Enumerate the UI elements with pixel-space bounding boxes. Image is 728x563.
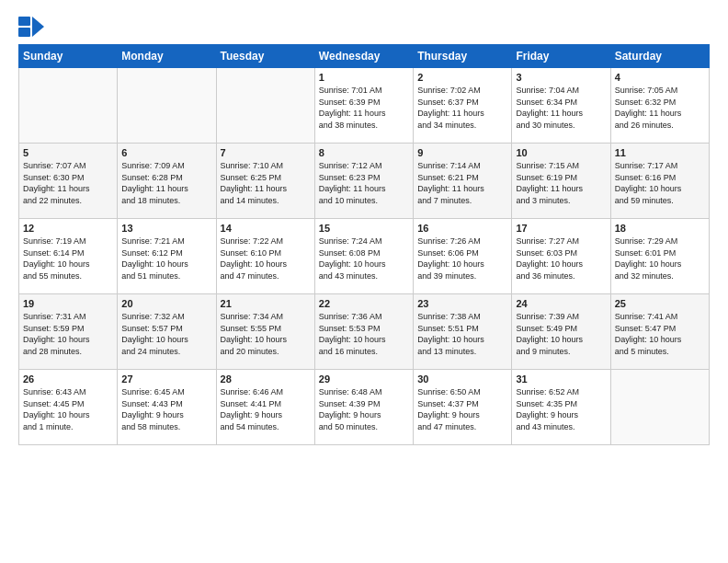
day-number: 21 xyxy=(221,298,311,309)
day-number: 17 xyxy=(516,223,606,234)
day-info: Sunrise: 7:26 AM Sunset: 6:06 PM Dayligh… xyxy=(417,236,507,282)
calendar-cell: 12Sunrise: 7:19 AM Sunset: 6:14 PM Dayli… xyxy=(19,219,118,294)
day-info: Sunrise: 7:41 AM Sunset: 5:47 PM Dayligh… xyxy=(615,311,705,357)
day-number: 5 xyxy=(23,147,113,158)
day-info: Sunrise: 7:22 AM Sunset: 6:10 PM Dayligh… xyxy=(221,236,311,282)
day-number: 20 xyxy=(121,298,211,309)
day-number: 1 xyxy=(319,72,409,83)
calendar-cell: 26Sunrise: 6:43 AM Sunset: 4:45 PM Dayli… xyxy=(19,370,118,445)
logo-icon xyxy=(18,17,44,37)
svg-rect-0 xyxy=(18,17,30,26)
day-info: Sunrise: 7:21 AM Sunset: 6:12 PM Dayligh… xyxy=(121,236,211,282)
calendar-cell: 11Sunrise: 7:17 AM Sunset: 6:16 PM Dayli… xyxy=(610,144,709,219)
day-info: Sunrise: 6:43 AM Sunset: 4:45 PM Dayligh… xyxy=(23,386,113,432)
header xyxy=(18,17,710,37)
day-number: 12 xyxy=(23,223,113,234)
day-number: 15 xyxy=(319,223,409,234)
calendar-cell: 20Sunrise: 7:32 AM Sunset: 5:57 PM Dayli… xyxy=(118,294,216,370)
day-info: Sunrise: 7:29 AM Sunset: 6:01 PM Dayligh… xyxy=(615,236,705,282)
day-info: Sunrise: 7:24 AM Sunset: 6:08 PM Dayligh… xyxy=(319,236,409,282)
day-number: 31 xyxy=(516,373,606,385)
calendar-cell: 5Sunrise: 7:07 AM Sunset: 6:30 PM Daylig… xyxy=(19,144,118,219)
calendar-cell: 23Sunrise: 7:38 AM Sunset: 5:51 PM Dayli… xyxy=(414,294,512,370)
weekday-header-tuesday: Tuesday xyxy=(216,45,314,68)
day-number: 11 xyxy=(615,147,705,158)
day-info: Sunrise: 7:10 AM Sunset: 6:25 PM Dayligh… xyxy=(221,160,311,206)
calendar-cell: 31Sunrise: 6:52 AM Sunset: 4:35 PM Dayli… xyxy=(512,370,610,445)
day-info: Sunrise: 7:19 AM Sunset: 6:14 PM Dayligh… xyxy=(23,236,113,282)
day-info: Sunrise: 7:12 AM Sunset: 6:23 PM Dayligh… xyxy=(319,160,409,206)
calendar-cell: 1Sunrise: 7:01 AM Sunset: 6:39 PM Daylig… xyxy=(314,68,413,144)
calendar-cell: 9Sunrise: 7:14 AM Sunset: 6:21 PM Daylig… xyxy=(414,144,512,219)
day-number: 25 xyxy=(615,298,705,309)
day-number: 18 xyxy=(615,223,705,234)
calendar-cell: 4Sunrise: 7:05 AM Sunset: 6:32 PM Daylig… xyxy=(610,68,709,144)
calendar-cell xyxy=(216,68,314,144)
calendar-cell: 6Sunrise: 7:09 AM Sunset: 6:28 PM Daylig… xyxy=(118,144,216,219)
calendar-cell: 25Sunrise: 7:41 AM Sunset: 5:47 PM Dayli… xyxy=(610,294,709,370)
calendar-cell: 28Sunrise: 6:46 AM Sunset: 4:41 PM Dayli… xyxy=(216,370,314,445)
weekday-header-wednesday: Wednesday xyxy=(314,45,413,68)
day-info: Sunrise: 7:39 AM Sunset: 5:49 PM Dayligh… xyxy=(516,311,606,357)
day-info: Sunrise: 7:04 AM Sunset: 6:34 PM Dayligh… xyxy=(516,85,606,131)
week-row-4: 19Sunrise: 7:31 AM Sunset: 5:59 PM Dayli… xyxy=(19,294,710,370)
calendar-cell: 7Sunrise: 7:10 AM Sunset: 6:25 PM Daylig… xyxy=(216,144,314,219)
day-number: 8 xyxy=(319,147,409,158)
calendar-cell xyxy=(610,370,709,445)
day-info: Sunrise: 6:50 AM Sunset: 4:37 PM Dayligh… xyxy=(417,386,507,432)
week-row-3: 12Sunrise: 7:19 AM Sunset: 6:14 PM Dayli… xyxy=(19,219,710,294)
weekday-header-monday: Monday xyxy=(118,45,216,68)
day-info: Sunrise: 6:48 AM Sunset: 4:39 PM Dayligh… xyxy=(319,386,409,432)
day-number: 6 xyxy=(121,147,211,158)
page: SundayMondayTuesdayWednesdayThursdayFrid… xyxy=(0,0,728,563)
calendar-cell: 30Sunrise: 6:50 AM Sunset: 4:37 PM Dayli… xyxy=(414,370,512,445)
day-number: 16 xyxy=(417,223,507,234)
day-number: 24 xyxy=(516,298,606,309)
day-info: Sunrise: 6:52 AM Sunset: 4:35 PM Dayligh… xyxy=(516,386,606,432)
calendar-cell: 16Sunrise: 7:26 AM Sunset: 6:06 PM Dayli… xyxy=(414,219,512,294)
week-row-2: 5Sunrise: 7:07 AM Sunset: 6:30 PM Daylig… xyxy=(19,144,710,219)
day-number: 3 xyxy=(516,72,606,83)
calendar-cell xyxy=(19,68,118,144)
calendar-cell: 18Sunrise: 7:29 AM Sunset: 6:01 PM Dayli… xyxy=(610,219,709,294)
day-number: 29 xyxy=(319,373,409,385)
weekday-header-sunday: Sunday xyxy=(19,45,118,68)
day-info: Sunrise: 7:14 AM Sunset: 6:21 PM Dayligh… xyxy=(417,160,507,206)
day-info: Sunrise: 7:34 AM Sunset: 5:55 PM Dayligh… xyxy=(221,311,311,357)
calendar-cell: 13Sunrise: 7:21 AM Sunset: 6:12 PM Dayli… xyxy=(118,219,216,294)
day-number: 22 xyxy=(319,298,409,309)
day-info: Sunrise: 7:32 AM Sunset: 5:57 PM Dayligh… xyxy=(121,311,211,357)
calendar-cell: 21Sunrise: 7:34 AM Sunset: 5:55 PM Dayli… xyxy=(216,294,314,370)
day-number: 13 xyxy=(121,223,211,234)
day-number: 14 xyxy=(221,223,311,234)
calendar-cell: 19Sunrise: 7:31 AM Sunset: 5:59 PM Dayli… xyxy=(19,294,118,370)
day-number: 28 xyxy=(221,373,311,385)
day-info: Sunrise: 7:38 AM Sunset: 5:51 PM Dayligh… xyxy=(417,311,507,357)
calendar-cell: 17Sunrise: 7:27 AM Sunset: 6:03 PM Dayli… xyxy=(512,219,610,294)
day-info: Sunrise: 7:05 AM Sunset: 6:32 PM Dayligh… xyxy=(615,85,705,131)
calendar-cell: 2Sunrise: 7:02 AM Sunset: 6:37 PM Daylig… xyxy=(414,68,512,144)
day-number: 4 xyxy=(615,72,705,83)
day-number: 7 xyxy=(221,147,311,158)
day-info: Sunrise: 7:15 AM Sunset: 6:19 PM Dayligh… xyxy=(516,160,606,206)
day-info: Sunrise: 7:09 AM Sunset: 6:28 PM Dayligh… xyxy=(121,160,211,206)
day-number: 26 xyxy=(23,373,113,385)
day-number: 27 xyxy=(121,373,211,385)
day-info: Sunrise: 7:01 AM Sunset: 6:39 PM Dayligh… xyxy=(319,85,409,131)
weekday-header-row: SundayMondayTuesdayWednesdayThursdayFrid… xyxy=(19,45,710,68)
day-number: 23 xyxy=(417,298,507,309)
calendar-cell: 27Sunrise: 6:45 AM Sunset: 4:43 PM Dayli… xyxy=(118,370,216,445)
day-info: Sunrise: 7:27 AM Sunset: 6:03 PM Dayligh… xyxy=(516,236,606,282)
calendar-cell xyxy=(118,68,216,144)
day-number: 10 xyxy=(516,147,606,158)
calendar-cell: 10Sunrise: 7:15 AM Sunset: 6:19 PM Dayli… xyxy=(512,144,610,219)
svg-marker-2 xyxy=(32,17,44,37)
weekday-header-saturday: Saturday xyxy=(610,45,709,68)
day-info: Sunrise: 6:46 AM Sunset: 4:41 PM Dayligh… xyxy=(221,386,311,432)
svg-rect-1 xyxy=(18,28,30,37)
weekday-header-thursday: Thursday xyxy=(414,45,512,68)
weekday-header-friday: Friday xyxy=(512,45,610,68)
day-info: Sunrise: 7:07 AM Sunset: 6:30 PM Dayligh… xyxy=(23,160,113,206)
day-info: Sunrise: 7:02 AM Sunset: 6:37 PM Dayligh… xyxy=(417,85,507,131)
calendar-cell: 22Sunrise: 7:36 AM Sunset: 5:53 PM Dayli… xyxy=(314,294,413,370)
